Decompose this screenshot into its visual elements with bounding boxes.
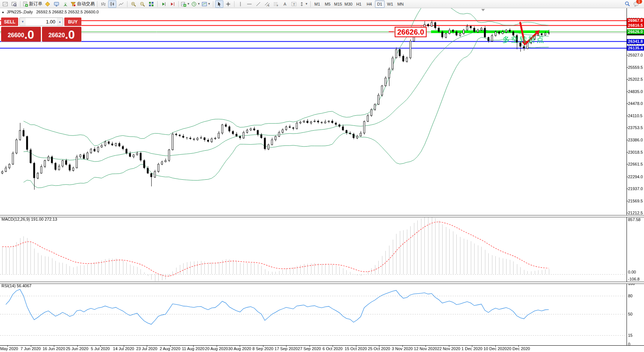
buy-price-display[interactable]: 26620 .0 xyxy=(42,27,82,42)
arrows-tool-icon[interactable]: ▼ xyxy=(299,0,308,8)
new-order-label: 新订单 xyxy=(29,1,42,7)
toolbar-separator xyxy=(157,1,158,7)
text-label-tool-icon[interactable]: T xyxy=(290,0,298,8)
buy-button[interactable]: BUY xyxy=(64,17,81,26)
vertical-line-tool-icon[interactable] xyxy=(236,0,245,8)
turning-point-note[interactable]: 多空转折点 xyxy=(502,35,545,45)
price-callout-label[interactable]: 26626.0 xyxy=(395,27,427,37)
price-axis-tick: 23018.5 xyxy=(628,150,644,155)
timeframe-button-h4[interactable]: H4 xyxy=(365,0,374,8)
sell-price-display[interactable]: 26600 .0 xyxy=(1,27,41,42)
date-axis-label: 27 Sep 2020 xyxy=(298,346,321,351)
date-axis-label: 16 Jun 2020 xyxy=(43,346,65,351)
timeframe-button-m1[interactable]: M1 xyxy=(313,0,322,8)
timeframe-button-m15[interactable]: M15 xyxy=(333,0,343,8)
price-axis-tick: 23753.5 xyxy=(628,125,644,130)
date-axis-label: 11 Aug 2020 xyxy=(182,346,205,351)
date-axis-label: 22 Nov 2020 xyxy=(437,346,460,351)
terminal-icon[interactable] xyxy=(52,0,61,8)
timeframe-button-w1[interactable]: W1 xyxy=(385,0,395,8)
date-axis-label: 20 Dec 2020 xyxy=(507,346,530,351)
price-axis-tick: 24835.0 xyxy=(628,89,644,94)
timeframe-button-m5[interactable]: M5 xyxy=(323,0,333,8)
sell-price-pip: .0 xyxy=(24,28,34,41)
cursor-tool-icon[interactable] xyxy=(215,0,223,8)
depth-of-market-icon[interactable] xyxy=(43,0,52,8)
dropdown-arrow-icon: ▼ xyxy=(187,2,190,6)
price-line-label: 26967.9 xyxy=(627,18,644,23)
channel-tool-icon[interactable]: E xyxy=(263,0,271,8)
date-axis-label: 17 Sep 2020 xyxy=(275,346,298,351)
rsi-axis-label: 50 xyxy=(628,312,632,316)
line-chart-type-icon[interactable] xyxy=(117,0,125,8)
sell-button[interactable]: SELL xyxy=(1,17,18,26)
date-axis-label: 15 Oct 2020 xyxy=(345,346,367,351)
chart-shift-icon[interactable] xyxy=(168,0,177,8)
tile-windows-icon[interactable] xyxy=(147,0,155,8)
fibonacci-tool-icon[interactable]: F xyxy=(272,0,280,8)
volume-increase-button[interactable]: ▲ xyxy=(57,18,63,26)
volume-box: ▼ ▲ xyxy=(19,17,63,26)
trendline-tool-icon[interactable] xyxy=(254,0,262,8)
price-axis-tick: 21937.0 xyxy=(628,186,644,191)
price-line-label: 26341.8 xyxy=(627,39,644,44)
volume-input[interactable] xyxy=(26,18,57,26)
bar-chart-type-icon[interactable] xyxy=(99,0,107,8)
profiles-icon[interactable] xyxy=(10,0,18,8)
price-line-label: 26626.0 xyxy=(627,29,644,34)
main-toolbar: 新订单 自动交易 ▼ ▼ ▼ E F A T ▼ M1M5M15M30H1H4D… xyxy=(0,0,644,8)
crosshair-tool-icon[interactable] xyxy=(224,0,232,8)
zoom-out-icon[interactable] xyxy=(138,0,146,8)
timeframe-button-h1[interactable]: H1 xyxy=(354,0,364,8)
toolbar-separator xyxy=(127,1,127,7)
date-axis-label: 10 Dec 2020 xyxy=(483,346,507,351)
buy-price-main: 26620 xyxy=(48,30,65,41)
price-line-label: 26135.4 xyxy=(627,46,644,51)
macd-panel-separator[interactable] xyxy=(0,215,644,217)
price-axis-tick: 24110.5 xyxy=(628,113,644,118)
timeframe-toolbar: M1M5M15M30H1H4D1W1MN xyxy=(312,0,406,8)
timeframe-button-m30[interactable]: M30 xyxy=(344,0,353,8)
toolbar-separator xyxy=(97,1,97,7)
price-axis-tick: 25202.5 xyxy=(628,77,644,82)
zoom-in-icon[interactable] xyxy=(129,0,137,8)
rsi-axis-label: 80 xyxy=(628,294,632,298)
signals-icon[interactable] xyxy=(61,0,69,8)
rsi-indicator-label: RSI(14) 56.4067 xyxy=(1,284,32,288)
date-axis-label: 12 Nov 2020 xyxy=(414,346,437,351)
timeframe-button-d1[interactable]: D1 xyxy=(375,0,385,8)
auto-trading-button[interactable]: 自动交易 xyxy=(70,0,95,8)
indicators-menu-icon[interactable]: ▼ xyxy=(181,0,190,8)
date-axis-label: 30 Aug 2020 xyxy=(228,346,251,351)
price-axis-tick: 23386.0 xyxy=(628,138,644,143)
volume-decrease-button[interactable]: ▼ xyxy=(20,18,26,26)
auto-scroll-icon[interactable] xyxy=(159,0,168,8)
notification-badge: 1 xyxy=(636,0,642,4)
date-axis-label: 7 Jun 2020 xyxy=(20,346,41,351)
dropdown-arrow-icon: ▼ xyxy=(305,2,308,6)
new-chart-icon[interactable] xyxy=(1,0,9,8)
price-axis-tick: 24478.0 xyxy=(628,101,644,106)
toolbar-separator xyxy=(234,1,234,7)
candlestick-type-icon[interactable] xyxy=(108,0,116,8)
periods-menu-icon[interactable]: ▼ xyxy=(191,0,201,8)
price-axis-tick: 21212.5 xyxy=(628,211,644,215)
text-tool-icon[interactable]: A xyxy=(281,0,289,8)
svg-text:A: A xyxy=(284,2,287,6)
search-icon[interactable] xyxy=(623,0,631,8)
chart-canvas[interactable] xyxy=(0,0,644,352)
trading-terminal-window: { "toolbar": { "new_order_label": "新订单",… xyxy=(0,0,644,352)
chart-header: ▲ JPN225-,Daily 26592.5 26682.5 26532.5 … xyxy=(1,10,99,14)
horizontal-line-tool-icon[interactable] xyxy=(245,0,253,8)
notifications-icon[interactable]: 1 xyxy=(632,0,640,8)
date-axis-label: 25 Oct 2020 xyxy=(368,346,390,351)
templates-menu-icon[interactable]: ▼ xyxy=(201,0,211,8)
price-axis-tick: 22661.5 xyxy=(628,162,644,167)
date-axis-label: 1 Dec 2020 xyxy=(462,346,482,351)
date-axis-label: 8 Sep 2020 xyxy=(252,346,273,351)
timeframe-button-mn[interactable]: MN xyxy=(396,0,405,8)
rsi-panel-separator[interactable] xyxy=(0,282,644,284)
new-order-button[interactable]: 新订单 xyxy=(22,0,43,8)
date-axis-label: 6 Oct 2020 xyxy=(323,346,343,351)
toolbar-separator xyxy=(178,1,179,7)
